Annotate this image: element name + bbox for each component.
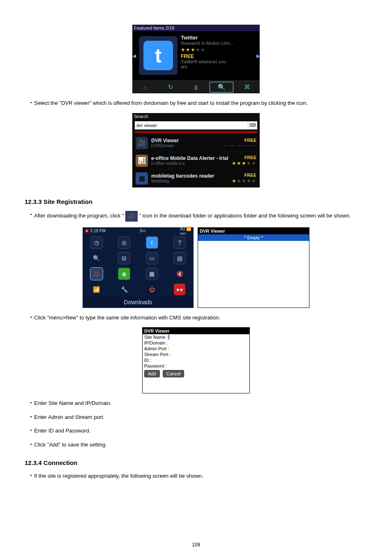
downloads-label: Downloads bbox=[83, 297, 194, 308]
status-signal: 3G 📶 WiFi bbox=[180, 227, 191, 236]
app-icon-memo: ▤ bbox=[173, 252, 186, 264]
search-item-stars: ★★★★★ bbox=[232, 160, 256, 166]
section-connection: 12.3.4 Connection bbox=[25, 459, 367, 466]
app-icon-power: ⏻ bbox=[146, 284, 158, 295]
featured-items-screenshot: Featured Items 2/18 ◀ t Twitter Research… bbox=[132, 25, 260, 93]
app-icon-disc: ◉ bbox=[118, 268, 130, 280]
section-site-registration: 12.3.3 Site Registration bbox=[25, 198, 367, 205]
app-icon-grid: ▦ bbox=[146, 268, 158, 280]
bullet-menu-new: Click "menu>New" to type the same site i… bbox=[34, 314, 220, 322]
app-icon-wifi: 📶 bbox=[91, 284, 102, 295]
bullet-after-download-a: After downloading the program, click " bbox=[34, 213, 124, 219]
search-icon: 🔍 bbox=[209, 81, 234, 93]
bullet-click-add: Click "Add" to save the setting. bbox=[34, 441, 107, 449]
page-number: 109 bbox=[0, 542, 392, 548]
search-item-name: DVR Viewer bbox=[151, 138, 223, 143]
downloads-screenshot: ● 5:18 PM 5✉ 3G 📶 WiFi ◷ ◎ t ? 🔍 ⊟ ▭ bbox=[83, 227, 194, 308]
dvr-viewer-inline-icon: 🎥 bbox=[125, 211, 138, 222]
search-item-name: e-office Mobile Data Alerter - trial bbox=[151, 155, 232, 161]
featured-header: Featured Items 2/18 bbox=[132, 25, 260, 31]
field-admin-port[interactable]: Admin Port : bbox=[143, 346, 249, 352]
bullet-enter-ports: Enter Admin and Stream port. bbox=[34, 413, 104, 421]
bullet-after-download: After downloading the program, click " 🎥… bbox=[34, 211, 351, 222]
search-item-price: FREE bbox=[232, 155, 256, 160]
app-icon-wrench: 🔧 bbox=[118, 284, 130, 295]
field-password[interactable]: Password : bbox=[143, 363, 249, 369]
dvr-icon: 🎥 bbox=[136, 137, 148, 149]
search-item-stars: ★★★★★ bbox=[232, 178, 256, 184]
search-item-publisher: e-office mobile b.v. bbox=[151, 161, 232, 166]
search-divider bbox=[135, 131, 257, 133]
featured-desc-line1: Twitter® wherever you bbox=[181, 59, 253, 64]
add-button[interactable]: Add bbox=[144, 370, 160, 377]
search-item-name: mobiletag barcodes reader bbox=[151, 173, 232, 179]
search-item-price: FREE bbox=[232, 173, 256, 178]
dvr-form-header: DVR Viewer bbox=[143, 328, 249, 334]
bullet-connection-info: If the site is registered appropriately,… bbox=[34, 472, 203, 480]
status-notif-count: 5✉ bbox=[140, 229, 145, 233]
app-icon-camera: ◎ bbox=[118, 236, 130, 249]
dvr-viewer-empty-screenshot: DVR Viewer * Empty * bbox=[198, 227, 309, 308]
text-caret-icon bbox=[168, 335, 169, 340]
app-icon-help: ? bbox=[173, 236, 186, 249]
search-title: Search bbox=[132, 113, 260, 120]
field-id[interactable]: ID : bbox=[143, 357, 249, 363]
bullet-select-dvr: Select the "DVR viewer" which is offered… bbox=[34, 99, 308, 107]
app-icon-clock: ◷ bbox=[90, 236, 103, 249]
status-time: 5:18 PM bbox=[90, 229, 106, 233]
search-screenshot: Search ⌨ 🎥 DVR Viewer DVRDomain FREE — —… bbox=[132, 113, 260, 187]
home-icon: ⌂ bbox=[132, 81, 158, 93]
field-stream-port[interactable]: Stream Port : bbox=[143, 352, 249, 357]
featured-app-publisher: Research In Motion Limi… bbox=[181, 41, 253, 46]
twitter-app-icon: t bbox=[139, 36, 178, 75]
search-input[interactable] bbox=[135, 121, 248, 130]
app-icon-twitter: t bbox=[146, 236, 158, 249]
eoffice-icon: 📊 bbox=[136, 155, 148, 167]
bullet-enter-credentials: Enter ID and Password. bbox=[34, 427, 90, 435]
featured-desc-line2: are bbox=[181, 64, 253, 69]
apps-icon: ⌘ bbox=[234, 81, 260, 93]
featured-rating: ★★★★★ bbox=[181, 46, 253, 53]
carousel-left-icon: ◀ bbox=[132, 31, 136, 81]
bullet-enter-site-ip: Enter Site Name and IP/Domain. bbox=[34, 399, 112, 407]
search-item-stars: — — — — — bbox=[223, 143, 256, 148]
search-item-publisher: Mobiletag bbox=[151, 179, 232, 183]
featured-app-title: Twitter bbox=[181, 35, 253, 41]
app-icon-message: ⊟ bbox=[118, 252, 130, 264]
dollar-icon: $ bbox=[183, 81, 209, 93]
bullet-after-download-b: " icon in the download folder or applica… bbox=[139, 213, 351, 219]
carousel-right-icon: ▶ bbox=[256, 31, 260, 81]
field-site-name[interactable]: Site Name : bbox=[143, 334, 249, 340]
reload-icon: ↻ bbox=[158, 81, 183, 93]
app-icon-record: ●● bbox=[174, 284, 185, 295]
search-item-publisher: DVRDomain bbox=[151, 143, 223, 148]
app-icon-dvr-viewer: 🎥 bbox=[90, 268, 103, 280]
field-ip-domain[interactable]: IP/Domain : bbox=[143, 340, 249, 346]
search-result-dvr-viewer: 🎥 DVR Viewer DVRDomain FREE — — — — — bbox=[132, 134, 260, 152]
featured-price: FREE bbox=[181, 53, 253, 59]
search-result-mobiletag: ▦ mobiletag barcodes reader Mobiletag FR… bbox=[132, 170, 260, 187]
barcode-icon: ▦ bbox=[136, 172, 148, 185]
search-item-price: FREE bbox=[223, 138, 256, 143]
search-result-eoffice: 📊 e-office Mobile Data Alerter - trial e… bbox=[132, 152, 260, 170]
cancel-button[interactable]: Cancel bbox=[163, 370, 184, 377]
app-icon-window: ▭ bbox=[146, 252, 158, 264]
dvr-viewer-header: DVR Viewer bbox=[198, 228, 309, 234]
app-icon-search: 🔍 bbox=[91, 252, 102, 264]
app-icon-mute: 🔇 bbox=[174, 268, 185, 280]
notif-indicator-icon: ● bbox=[85, 229, 89, 233]
dvr-viewer-empty-row: * Empty * bbox=[198, 234, 309, 241]
dvr-viewer-form-screenshot: DVR Viewer Site Name : IP/Domain : Admin… bbox=[142, 327, 250, 393]
keyboard-icon: ⌨ bbox=[248, 121, 257, 130]
